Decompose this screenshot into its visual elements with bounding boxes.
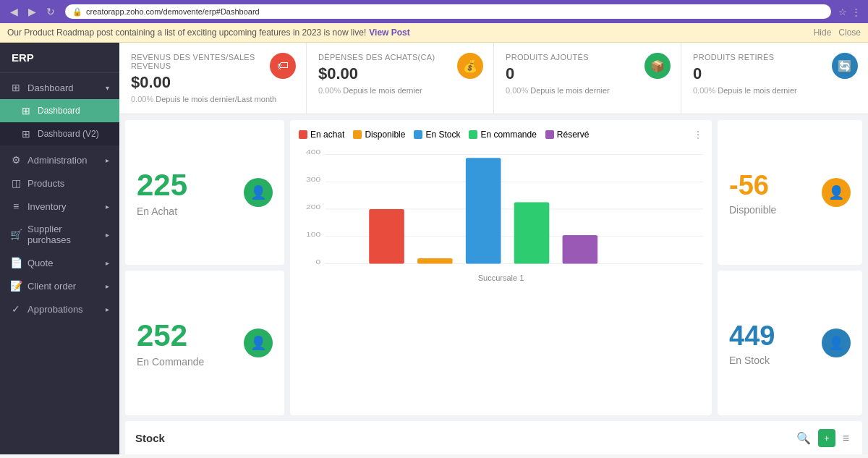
en-achat-value: 225 xyxy=(137,168,187,203)
sidebar-item-dashboard-v1[interactable]: ⊞ Dashboard xyxy=(0,99,119,122)
chevron-right-icon-3: ▸ xyxy=(106,231,109,239)
metric-added-change: 0.00% Depuis le mois dernier xyxy=(506,86,669,95)
legend-label-reserve: Réservé xyxy=(557,130,590,140)
en-stock-label: En Stock xyxy=(729,355,775,366)
sidebar-label-client-order: Client order xyxy=(27,281,76,292)
sidebar-item-dashboard-v2[interactable]: ⊞ Dashboard (V2) xyxy=(0,122,119,145)
sidebar-label-dashboard: Dashboard xyxy=(27,82,74,93)
legend-reserve: Réservé xyxy=(545,130,590,140)
metric-sales-icon: 🏷 xyxy=(270,53,296,79)
nav-refresh-button[interactable]: ↻ xyxy=(43,4,58,19)
stock-actions: 🔍 + ≡ xyxy=(793,428,852,448)
metric-sales-change: 0.00% Depuis le mois dernier/Last month xyxy=(131,95,294,103)
legend-dot-reserve xyxy=(545,130,554,139)
stock-title: Stock xyxy=(135,432,788,444)
legend-label-en-commande: En commande xyxy=(480,130,536,140)
main-layout: ERP ⊞ Dashboard ▾ ⊞ Dashboard ⊞ Dashboar… xyxy=(0,43,868,454)
add-button[interactable]: + xyxy=(818,429,835,447)
bookmark-icon[interactable]: ☆ xyxy=(838,7,847,17)
sidebar-item-administration[interactable]: ⚙ Administration ▸ xyxy=(0,148,119,171)
sidebar-label-dashboard-v1: Dashboard xyxy=(38,106,80,116)
administration-icon: ⚙ xyxy=(10,154,22,166)
widget-en-achat: 225 En Achat 👤 xyxy=(125,120,284,265)
legend-label-en-stock: En Stock xyxy=(425,130,460,140)
svg-rect-14 xyxy=(563,235,598,264)
dashboard-v2-icon: ⊞ xyxy=(20,128,32,140)
sidebar-item-products[interactable]: ◫ Products xyxy=(0,171,119,195)
url-bar[interactable]: 🔒 creatorapp.zoho.com/demovente/erp#Dash… xyxy=(65,4,831,19)
nav-back-button[interactable]: ◀ xyxy=(7,4,21,19)
legend-label-en-achat: En achat xyxy=(310,130,344,140)
sidebar-item-dashboard[interactable]: ⊞ Dashboard ▾ xyxy=(0,76,119,99)
legend-dot-en-commande xyxy=(469,130,477,139)
announce-text: Our Product Roadmap post containing a li… xyxy=(7,27,366,38)
sidebar-item-quote[interactable]: 📄 Quote ▸ xyxy=(0,251,119,274)
metric-purchases-pct: 0.00% xyxy=(318,86,341,95)
left-widgets: 225 En Achat 👤 252 En Commande 👤 xyxy=(125,120,284,415)
svg-text:100: 100 xyxy=(306,230,320,237)
metric-added-change-text: Depuis le mois dernier xyxy=(530,86,609,95)
sidebar-label-administration: Administration xyxy=(27,155,87,166)
svg-text:200: 200 xyxy=(306,203,320,210)
sidebar-label-inventory: Inventory xyxy=(27,201,66,212)
browser-top-right: ☆ ⋮ xyxy=(838,7,861,17)
browser-toolbar: ◀ ▶ ↻ 🔒 creatorapp.zoho.com/demovente/er… xyxy=(0,0,868,23)
svg-text:300: 300 xyxy=(306,176,320,183)
metrics-row: REVENUS DES VENTES/SALES REVENUS $0.00 0… xyxy=(119,43,868,114)
main-content: REVENUS DES VENTES/SALES REVENUS $0.00 0… xyxy=(119,43,868,454)
svg-rect-13 xyxy=(514,203,550,264)
sidebar-item-supplier[interactable]: 🛒 Supplier purchases ▸ xyxy=(0,218,119,251)
chart-area: 0 100 200 300 400 xyxy=(299,148,703,271)
en-commande-value: 252 xyxy=(137,318,204,353)
close-button[interactable]: Close xyxy=(838,27,861,38)
right-widgets: -56 Disponible 👤 449 En Stock 👤 xyxy=(718,120,862,415)
metric-purchases-change-text: Depuis le mois dernier xyxy=(343,86,422,95)
sidebar-logo: ERP xyxy=(0,43,119,73)
sidebar-item-approbations[interactable]: ✓ Approbations ▸ xyxy=(0,297,119,321)
metric-removed-change-text: Depuis le mois dernier xyxy=(718,86,796,95)
metric-sales-pct: 0.00% xyxy=(131,95,153,103)
hide-button[interactable]: Hide xyxy=(814,27,832,38)
legend-en-achat: En achat xyxy=(299,130,344,140)
widget-en-stock: 449 En Stock 👤 xyxy=(718,271,862,415)
search-button[interactable]: 🔍 xyxy=(793,428,814,448)
en-commande-icon: 👤 xyxy=(244,328,273,357)
legend-disponible: Disponible xyxy=(353,130,405,140)
chart-card: En achat Disponible En Stock En commande xyxy=(290,120,712,415)
sidebar-label-quote: Quote xyxy=(27,258,53,268)
sidebar-item-client-order[interactable]: 📝 Client order ▸ xyxy=(0,274,119,297)
svg-text:400: 400 xyxy=(306,148,320,156)
chevron-right-icon-6: ▸ xyxy=(106,305,109,313)
chevron-down-icon: ▾ xyxy=(106,84,109,92)
sidebar-item-inventory[interactable]: ≡ Inventory ▸ xyxy=(0,195,119,218)
en-achat-label: En Achat xyxy=(137,205,187,217)
menu-icon[interactable]: ⋮ xyxy=(851,7,861,17)
svg-rect-12 xyxy=(466,158,501,263)
sidebar-label-products: Products xyxy=(27,178,64,189)
metric-purchases: DÉPENSES DES ACHATS(CA) $0.00 0.00% Depu… xyxy=(307,43,494,114)
client-order-icon: 📝 xyxy=(10,280,22,292)
dashboard-v1-icon: ⊞ xyxy=(20,105,32,116)
view-post-link[interactable]: View Post xyxy=(369,27,409,38)
svg-rect-10 xyxy=(369,209,404,264)
legend-en-stock: En Stock xyxy=(414,130,460,140)
nav-icons: ◀ ▶ ↻ xyxy=(7,4,58,19)
metric-removed-icon: 🔄 xyxy=(832,53,858,79)
announcement-bar: Our Product Roadmap post containing a li… xyxy=(0,23,868,43)
more-options-button[interactable]: ≡ xyxy=(840,429,852,448)
nav-forward-button[interactable]: ▶ xyxy=(25,4,39,19)
metric-removed-pct: 0.00% xyxy=(693,86,715,95)
chevron-right-icon-2: ▸ xyxy=(106,203,109,211)
chart-more-icon[interactable]: ⋮ xyxy=(693,129,703,140)
quote-icon: 📄 xyxy=(10,257,22,268)
metric-purchases-change: 0.00% Depuis le mois dernier xyxy=(318,86,482,95)
metric-removed-label: PRODUITS RETIRÉS xyxy=(693,53,856,62)
sidebar-label-dashboard-v2: Dashboard (V2) xyxy=(38,129,99,139)
disponible-icon: 👤 xyxy=(822,178,851,207)
legend-dot-en-achat xyxy=(299,130,307,139)
metric-purchases-icon: 💰 xyxy=(457,53,483,79)
metric-added-label: PRODUITS AJOUTÉS xyxy=(506,53,669,62)
en-achat-icon: 👤 xyxy=(244,178,273,207)
en-stock-icon: 👤 xyxy=(822,328,851,357)
legend-dot-disponible xyxy=(353,130,362,139)
